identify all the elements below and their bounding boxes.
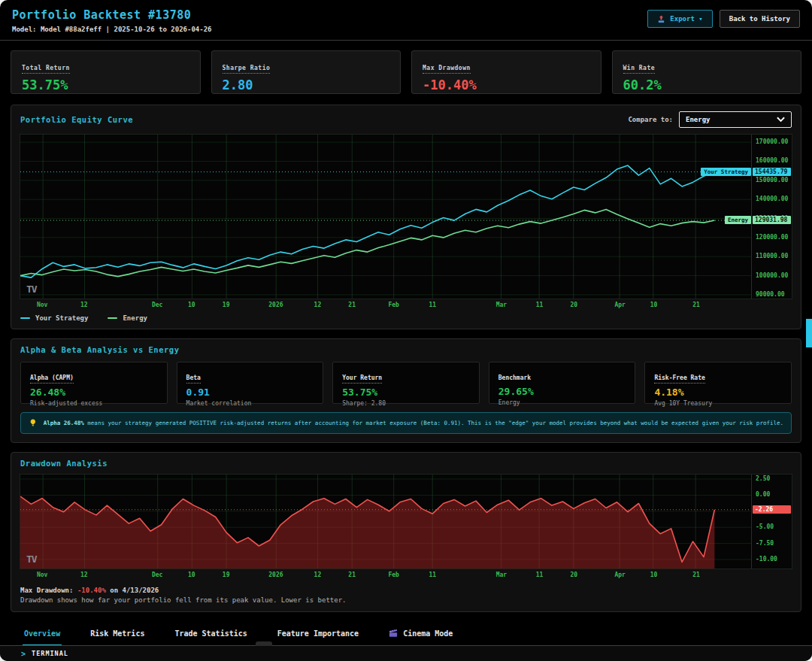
chevron-down-icon <box>777 117 785 123</box>
export-button[interactable]: Export ▾ <box>647 10 712 28</box>
clapperboard-icon <box>389 629 398 638</box>
back-to-history-button[interactable]: Back to History <box>720 10 800 28</box>
stat-label: Max Drawdown <box>423 65 471 74</box>
tab-label: Trade Statistics <box>174 629 247 638</box>
drawdown-panel-header: Drawdown Analysis <box>11 453 801 474</box>
stat-card: Win Rate60.2% <box>612 50 802 94</box>
stat-label: Win Rate <box>623 65 656 74</box>
model-subtitle: Model: Model #88a2feff | 2025-10-26 to 2… <box>12 26 212 33</box>
drawdown-y-axis: 2.500.00-5.00-7.50-10.00-2.26 <box>751 475 792 569</box>
y-axis-tick-label: 2.50 <box>756 475 770 482</box>
tab-cinema-mode[interactable]: Cinema Mode <box>387 621 454 646</box>
equity-panel-header: Portfolio Equity Curve Compare to: Energ… <box>11 105 801 134</box>
equity-y-axis: 170000.00160000.00150000.00140000.001300… <box>751 135 792 299</box>
stat-value: 2.80 <box>223 77 390 92</box>
x-axis-tick-label: 2026 <box>268 302 283 308</box>
y-axis-tick-label: 110000.00 <box>756 253 788 259</box>
terminal-label: TERMINAL <box>32 650 68 657</box>
equity-chart[interactable]: TV Your StrategyEnergy <box>20 135 751 299</box>
tab-label: Cinema Mode <box>403 629 453 638</box>
max-drawdown-summary: Max Drawdown: -10.40% on 4/13/2026 <box>20 587 792 594</box>
drawdown-x-axis: Nov12Dec101920261221Feb11Mar1120Apr1021 <box>20 569 752 581</box>
x-axis-tick-label: 11 <box>429 572 437 578</box>
terminal-resize-handle[interactable] <box>256 641 272 646</box>
drawdown-chart[interactable]: TV <box>20 475 751 569</box>
compare-to-label: Compare to: <box>628 116 673 123</box>
page-title: Portfolio Backtest #13780 <box>12 8 212 22</box>
tab-risk-metrics[interactable]: Risk Metrics <box>89 621 146 646</box>
stat-card: Sharpe Ratio2.80 <box>211 50 401 94</box>
tab-trade-statistics[interactable]: Trade Statistics <box>173 621 248 646</box>
x-axis-tick-label: 20 <box>570 572 577 578</box>
x-axis-tick-label: 21 <box>348 572 356 578</box>
alpha-card-value: 0.91 <box>186 387 314 398</box>
tab-feature-importance[interactable]: Feature Importance <box>276 621 360 646</box>
series-label-badge: Energy <box>725 216 751 224</box>
stat-card: Total Return53.75% <box>11 50 201 94</box>
stat-label: Total Return <box>22 65 70 74</box>
legend-label: Your Strategy <box>35 314 88 322</box>
alpha-card-label: Beta <box>186 374 201 384</box>
drawdown-panel: Drawdown Analysis TV 2.500.00-5.00-7.50-… <box>11 452 801 612</box>
series-label-badge: Your Strategy <box>701 168 751 176</box>
tab-overview[interactable]: Overview <box>23 621 62 646</box>
page-header: Portfolio Backtest #13780 Model: Model #… <box>0 0 812 41</box>
x-axis-tick-label: 10 <box>650 572 658 578</box>
drawdown-panel-title: Drawdown Analysis <box>20 459 108 468</box>
y-axis-tick-label: -5.00 <box>756 523 774 530</box>
x-axis-tick-label: 19 <box>223 572 230 578</box>
alpha-card-value: 4.18% <box>654 387 782 398</box>
tradingview-logo: TV <box>26 284 37 295</box>
x-axis-tick-label: 21 <box>692 302 700 308</box>
x-axis-tick-label: 12 <box>80 572 88 578</box>
alpha-card-subtext: Risk-adjusted excess <box>30 400 158 407</box>
equity-legend: Your StrategyEnergy <box>20 314 792 322</box>
alpha-panel-title: Alpha & Beta Analysis vs Energy <box>20 345 179 354</box>
drawdown-chart-svg <box>20 475 751 569</box>
x-axis-tick-label: 11 <box>429 302 437 308</box>
stats-row: Total Return53.75%Sharpe Ratio2.80Max Dr… <box>11 50 801 94</box>
alpha-note-text: Alpha 26.48% means your strategy generat… <box>44 420 783 426</box>
y-axis-tick-label: 100000.00 <box>756 272 788 279</box>
terminal-bar[interactable]: > TERMINAL <box>0 645 812 661</box>
y-axis-tick-label: -7.50 <box>756 540 774 547</box>
x-axis-tick-label: Feb <box>388 572 398 578</box>
max-drawdown-label: Max Drawdown: <box>20 587 73 594</box>
header-actions: Export ▾ Back to History <box>647 8 800 28</box>
x-axis-tick-label: Dec <box>152 572 162 578</box>
x-axis-tick-label: 21 <box>348 302 356 308</box>
stat-value: 53.75% <box>22 77 189 92</box>
compare-to-control: Compare to: Energy <box>628 111 792 128</box>
alpha-metric-card: Beta0.91Market correlation <box>177 362 324 404</box>
y-axis-tick-label: 150000.00 <box>756 177 788 183</box>
equity-x-axis: Nov12Dec101920261221Feb11Mar1120Apr1021 <box>20 299 752 311</box>
tradingview-logo: TV <box>26 553 37 565</box>
tab-bar: OverviewRisk MetricsTrade StatisticsFeat… <box>0 621 812 647</box>
x-axis-tick-label: 10 <box>188 572 195 578</box>
y-axis-tick-label: 0.00 <box>756 491 770 498</box>
x-axis-tick-label: 12 <box>314 302 322 308</box>
scrollbar-thumb[interactable] <box>806 319 812 347</box>
x-axis-tick-label: 20 <box>570 302 577 308</box>
backtest-page: Portfolio Backtest #13780 Model: Model #… <box>0 0 812 661</box>
x-axis-tick-label: 10 <box>188 302 195 308</box>
alpha-card-value: 53.75% <box>342 387 470 398</box>
equity-chart-svg <box>20 135 751 299</box>
alpha-card-subtext: Energy <box>498 399 626 406</box>
legend-color-dash <box>20 317 30 319</box>
drawdown-chart-area: TV 2.500.00-5.00-7.50-10.00-2.26 <box>20 474 792 569</box>
terminal-icon: > <box>21 650 26 658</box>
equity-panel-title: Portfolio Equity Curve <box>20 115 133 124</box>
alpha-card-value: 26.48% <box>30 387 158 398</box>
drawdown-description: Drawdown shows how far your portfolio fe… <box>20 596 792 604</box>
benchmark-select[interactable]: Energy <box>679 111 792 128</box>
tab-label: Risk Metrics <box>90 629 144 638</box>
y-axis-tick-label: -10.00 <box>756 556 777 562</box>
equity-chart-area: TV Your StrategyEnergy 170000.00160000.0… <box>20 134 792 299</box>
alpha-metric-card: Alpha (CAPM)26.48%Risk-adjusted excess <box>20 362 168 404</box>
x-axis-tick-label: 12 <box>314 572 322 578</box>
back-button-label: Back to History <box>729 15 790 23</box>
tab-label: Overview <box>24 629 60 638</box>
x-axis-tick-label: 12 <box>80 302 88 308</box>
x-axis-tick-label: Dec <box>152 302 162 308</box>
